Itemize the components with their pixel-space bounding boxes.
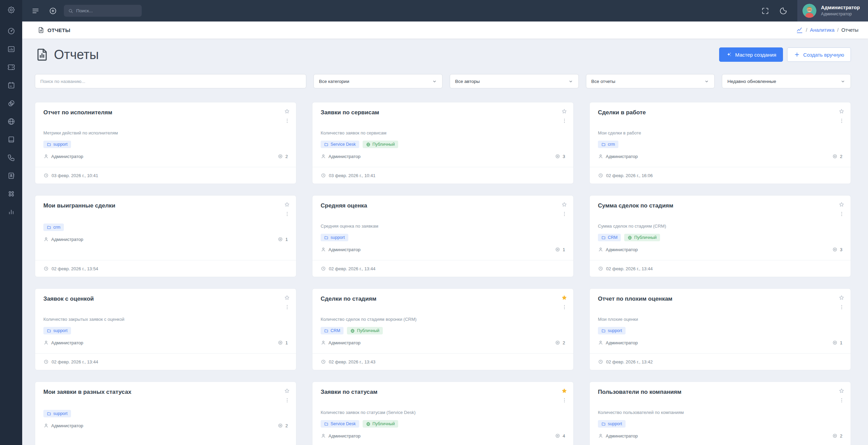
report-card[interactable]: Отчет по плохим оценкам Мои плохие оценк…: [589, 288, 851, 370]
favorite-star-icon[interactable]: [561, 388, 568, 394]
report-card-title: Средняя оценка: [321, 202, 565, 209]
card-menu-dots-icon[interactable]: [839, 211, 844, 217]
views-icon: [832, 340, 838, 345]
sidebar-item-apps[interactable]: [7, 190, 15, 198]
report-tag[interactable]: support: [598, 420, 626, 428]
report-card-tags: crm: [598, 141, 842, 148]
wizard-create-button[interactable]: Мастер создания: [719, 47, 783, 62]
report-tag[interactable]: crm: [43, 224, 64, 231]
global-search[interactable]: [64, 5, 142, 17]
reports-icon: [7, 45, 15, 53]
report-tag[interactable]: CRM: [598, 234, 621, 241]
report-card[interactable]: Сделки в работе Мои сделки в работе crm …: [589, 102, 851, 184]
user-menu[interactable]: Администратор Администратор: [797, 0, 868, 21]
report-tag[interactable]: Публичный: [624, 234, 660, 241]
favorite-star-icon[interactable]: [838, 388, 845, 394]
card-menu-dots-icon[interactable]: [562, 398, 567, 403]
filter-reports-select[interactable]: Все отчеты: [586, 74, 715, 88]
global-search-input[interactable]: [76, 8, 138, 13]
report-card[interactable]: Заявок с оценкой Количество закрытых зая…: [35, 288, 296, 370]
report-tag[interactable]: support: [321, 234, 348, 241]
favorite-star-icon[interactable]: [284, 108, 290, 115]
report-card[interactable]: Сумма сделок по стадиям Сумма сделок по …: [589, 195, 851, 277]
report-tag[interactable]: Service Desk: [321, 420, 359, 428]
card-menu-dots-icon[interactable]: [562, 118, 567, 124]
filter-authors-select[interactable]: Все авторы: [450, 74, 579, 88]
favorite-star-icon[interactable]: [561, 295, 568, 301]
report-search-input[interactable]: [40, 79, 301, 84]
dark-mode-moon-icon[interactable]: [779, 7, 787, 15]
report-tag[interactable]: crm: [598, 141, 618, 148]
report-tag[interactable]: support: [43, 141, 71, 148]
sidebar-item-dashboard[interactable]: [7, 27, 15, 35]
views-icon: [832, 433, 838, 439]
report-card-date: 03 февр. 2026 г., 10:41: [329, 173, 375, 178]
favorite-star-icon[interactable]: [284, 295, 290, 301]
report-card[interactable]: Пользователи по компаниям Количество пол…: [589, 382, 851, 445]
report-card-title: Заявки по статусам: [321, 389, 565, 396]
card-menu-dots-icon[interactable]: [562, 304, 567, 310]
fullscreen-icon[interactable]: [761, 7, 769, 15]
views-icon: [278, 423, 283, 428]
filter-categories-select[interactable]: Все категории: [313, 74, 443, 88]
author-person-icon: [321, 433, 326, 439]
sidebar-item-reports[interactable]: [7, 45, 15, 53]
report-card[interactable]: Сделки по стадиям Количество сделок по с…: [312, 288, 574, 370]
favorite-star-icon[interactable]: [284, 388, 290, 394]
favorite-star-icon[interactable]: [561, 108, 568, 115]
sidebar-item-contacts[interactable]: [7, 172, 15, 180]
filter-sort-select[interactable]: Недавно обновленные: [722, 74, 851, 88]
card-menu-dots-icon[interactable]: [284, 398, 290, 403]
card-menu-dots-icon[interactable]: [839, 398, 844, 403]
report-tag[interactable]: support: [43, 410, 71, 417]
card-menu-dots-icon[interactable]: [284, 211, 290, 217]
report-card-views: 2: [840, 433, 842, 439]
favorite-star-icon[interactable]: [284, 201, 290, 208]
report-tag[interactable]: support: [43, 327, 71, 334]
globe-icon: [350, 329, 355, 333]
sidebar-item-settings[interactable]: [7, 6, 15, 14]
report-tag[interactable]: Service Desk: [321, 141, 359, 148]
apps-icon: [7, 190, 15, 198]
card-menu-dots-icon[interactable]: [839, 118, 844, 124]
report-card-description: Сумма сделок по стадиям (CRM): [598, 224, 842, 229]
report-card[interactable]: Заявки по статусам Количество заявок по …: [312, 382, 574, 445]
report-card-author: Администратор: [51, 237, 83, 242]
analytics-chart-icon[interactable]: [796, 27, 803, 34]
card-menu-dots-icon[interactable]: [562, 211, 567, 217]
report-tag[interactable]: Публичный: [363, 141, 398, 148]
report-tag[interactable]: Публичный: [363, 420, 398, 428]
sidebar-item-finance[interactable]: S: [7, 99, 15, 107]
report-card-title: Заявок с оценкой: [43, 296, 288, 302]
sidebar-item-globe[interactable]: [7, 117, 15, 126]
author-person-icon: [43, 154, 49, 159]
report-card[interactable]: Средняя оценка Средняя оценка по заявкам…: [312, 195, 574, 277]
report-tag[interactable]: support: [598, 327, 626, 334]
report-search-field[interactable]: [35, 74, 306, 88]
report-card[interactable]: Мои выигранные сделки crm Администратор …: [35, 195, 296, 277]
report-tag[interactable]: CRM: [321, 327, 344, 334]
report-card[interactable]: Мои заявки в разных статусах support Адм…: [35, 382, 296, 445]
report-card[interactable]: Заявки по сервисам Количество заявок по …: [312, 102, 574, 184]
sidebar-item-knowledge[interactable]: [7, 135, 15, 144]
report-card-views: 2: [285, 154, 288, 159]
report-card-description: Количество закрытых заявок с оценкой: [43, 317, 288, 322]
manual-create-button[interactable]: Создать вручную: [787, 47, 851, 62]
quick-add-icon[interactable]: [49, 7, 57, 15]
sidebar-item-analytics[interactable]: [7, 208, 15, 216]
favorite-star-icon[interactable]: [838, 201, 845, 208]
favorite-star-icon[interactable]: [838, 295, 845, 301]
card-menu-dots-icon[interactable]: [284, 304, 290, 310]
card-menu-dots-icon[interactable]: [839, 304, 844, 310]
breadcrumb-link-analytics[interactable]: Аналитика: [810, 27, 835, 33]
sidebar-item-tickets[interactable]: [7, 63, 15, 71]
report-tag[interactable]: Публичный: [347, 327, 383, 334]
report-card-views: 4: [563, 433, 565, 439]
favorite-star-icon[interactable]: [838, 108, 845, 115]
sidebar-item-calendar[interactable]: [7, 81, 15, 89]
menu-toggle-icon[interactable]: [31, 7, 40, 15]
report-card[interactable]: Отчет по исполнителям Метрики действий п…: [35, 102, 296, 184]
card-menu-dots-icon[interactable]: [284, 118, 290, 124]
sidebar-item-phone[interactable]: [7, 154, 15, 162]
favorite-star-icon[interactable]: [561, 201, 568, 208]
